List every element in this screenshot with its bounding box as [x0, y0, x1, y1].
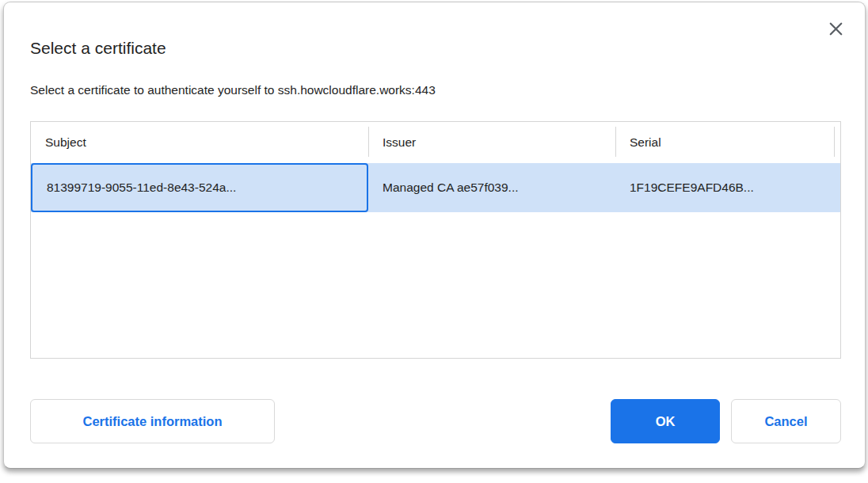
cell-issuer: Managed CA ae57f039... — [368, 163, 615, 212]
certificate-table-header: Subject Issuer Serial — [31, 122, 840, 163]
column-header-serial: Serial — [615, 122, 834, 163]
certificate-select-dialog: Select a certificate Select a certificat… — [3, 2, 866, 469]
cancel-button[interactable]: Cancel — [731, 399, 841, 443]
certificate-information-button[interactable]: Certificate information — [30, 399, 275, 443]
cell-subject: 81399719-9055-11ed-8e43-524a... — [31, 163, 368, 212]
close-button[interactable] — [824, 17, 847, 40]
column-header-issuer: Issuer — [368, 122, 615, 163]
cell-serial: 1F19CEFE9AFD46B... — [615, 163, 834, 212]
certificate-row-selected[interactable]: 81399719-9055-11ed-8e43-524a... Managed … — [31, 163, 840, 212]
ok-button[interactable]: OK — [611, 399, 720, 443]
column-header-gutter — [834, 122, 840, 163]
dialog-subtitle: Select a certificate to authenticate you… — [30, 82, 436, 99]
dialog-title: Select a certificate — [30, 37, 166, 59]
column-header-subject: Subject — [31, 122, 368, 163]
close-icon — [827, 20, 845, 38]
certificate-table: Subject Issuer Serial 81399719-9055-11ed… — [30, 121, 841, 359]
